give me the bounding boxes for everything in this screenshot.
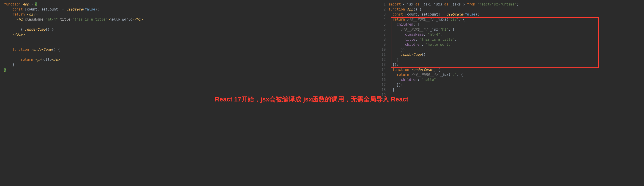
code-token: "mt-4": [428, 32, 440, 37]
code-token: App: [23, 2, 29, 6]
code-token: "this is a title": [419, 37, 454, 42]
code-token: () }: [46, 27, 54, 31]
code-token: return: [20, 58, 35, 62]
code-token: "this is a title": [72, 17, 108, 21]
code-token: p: [56, 58, 58, 62]
code-token: () {: [432, 68, 440, 72]
code-token: _jsx(: [428, 27, 440, 31]
code-token: div: [16, 32, 23, 37]
code-token: [388, 73, 397, 77]
code-editor-left[interactable]: function App() { const [count, setCount]…: [0, 0, 378, 186]
code-line: }: [388, 87, 641, 92]
code-token: jsx: [407, 2, 413, 6]
line-number: 8: [378, 37, 386, 42]
code-token: /*#__PURE__*/: [401, 27, 428, 31]
code-token: renderComp: [411, 68, 432, 72]
code-token: >: [35, 12, 37, 16]
code-token: >: [58, 58, 60, 62]
code-token: [388, 53, 401, 57]
code-line: <h1 className="mt-4" title="this is a ti…: [4, 17, 375, 22]
code-token: [: [405, 12, 407, 16]
code-line: title: "this is a title",: [388, 37, 641, 42]
code-token: :: [424, 32, 428, 37]
line-number: 17: [378, 82, 386, 87]
code-token: children: [405, 42, 422, 47]
code-line: [4, 37, 375, 42]
code-token: renderComp: [25, 27, 45, 31]
code-token: [4, 58, 20, 62]
line-number: 12: [378, 57, 386, 62]
code-token: setCount: [422, 12, 438, 16]
code-token: [4, 17, 16, 21]
code-token: () {: [413, 7, 422, 11]
code-line: return <div>: [4, 12, 375, 17]
code-line: renderComp(): [388, 52, 641, 57]
line-number: 7: [378, 32, 386, 37]
code-token: "h1": [440, 27, 448, 31]
code-token: children: [401, 78, 417, 82]
code-token: (): [29, 2, 35, 6]
line-number: 14: [378, 67, 386, 72]
code-token: _jsx(: [438, 73, 450, 77]
code-token: </: [132, 17, 136, 21]
code-token: }: [461, 2, 467, 6]
code-token: [388, 27, 401, 31]
code-token: return: [12, 12, 27, 16]
code-line: function renderComp() {: [4, 47, 375, 52]
code-token: , {: [448, 27, 454, 31]
code-token: h1: [18, 17, 23, 21]
code-token: const: [392, 12, 405, 16]
code-token: [23, 17, 25, 21]
code-token: renderComp: [31, 48, 52, 52]
code-token: div: [29, 12, 35, 16]
code-editor-right[interactable]: 1234567891011121314151617181920 import {…: [378, 0, 644, 186]
code-token: from: [467, 2, 477, 6]
code-line: return /*#__PURE__*/ _jsx("p", {: [388, 72, 641, 77]
code-token: </: [12, 32, 16, 37]
line-number: 3: [378, 12, 386, 17]
code-token: [388, 32, 405, 37]
code-token: /*#__PURE__*/: [411, 73, 438, 77]
line-number: 9: [378, 42, 386, 47]
code-token: [388, 12, 392, 16]
code-token: "p": [450, 73, 457, 77]
code-line: /*#__PURE__*/ _jsx("h1", {: [388, 27, 641, 32]
code-token: [4, 32, 12, 37]
code-token: as: [413, 2, 422, 6]
code-token: {: [35, 2, 37, 6]
code-token: [58, 17, 60, 21]
code-token: jsxs: [434, 2, 442, 6]
code-token: function: [4, 2, 23, 6]
code-content-left: function App() { const [count, setCount]…: [0, 2, 378, 72]
code-token: , {: [457, 73, 463, 77]
code-token: [388, 17, 392, 21]
line-number: 15: [378, 72, 386, 77]
code-line: });: [388, 82, 641, 87]
code-line: const [count, setCount] = useState(false…: [4, 7, 375, 12]
code-line: function renderComp() {: [388, 67, 641, 72]
code-token: : [: [413, 22, 419, 26]
code-token: </: [52, 58, 56, 62]
code-token: "hello world": [426, 42, 452, 47]
annotation-caption: React 17开始，jsx会被编译成 jsx函数的调用，无需全局导入 Reac…: [215, 97, 408, 102]
code-token: "react/jsx-runtime": [477, 2, 517, 6]
code-token: >: [108, 17, 110, 21]
code-token: ]: [388, 58, 399, 62]
code-token: :: [417, 78, 422, 82]
code-line: [388, 92, 641, 97]
code-line: const [count, setCount] = useState(false…: [388, 12, 641, 17]
code-token: count: [407, 12, 417, 16]
code-token: renderComp: [401, 53, 422, 57]
code-token: _jsxs(: [434, 17, 448, 21]
code-line: { renderComp() }: [4, 27, 375, 32]
code-token: "div": [448, 17, 459, 21]
code-token: false: [465, 12, 475, 16]
line-number: 10: [378, 47, 386, 52]
code-token: }),: [388, 48, 407, 52]
code-token: const: [12, 7, 25, 11]
line-number: 11: [378, 52, 386, 57]
line-number: 6: [378, 27, 386, 32]
code-token: function: [12, 48, 31, 52]
line-number: 5: [378, 22, 386, 27]
code-token: [4, 48, 12, 52]
